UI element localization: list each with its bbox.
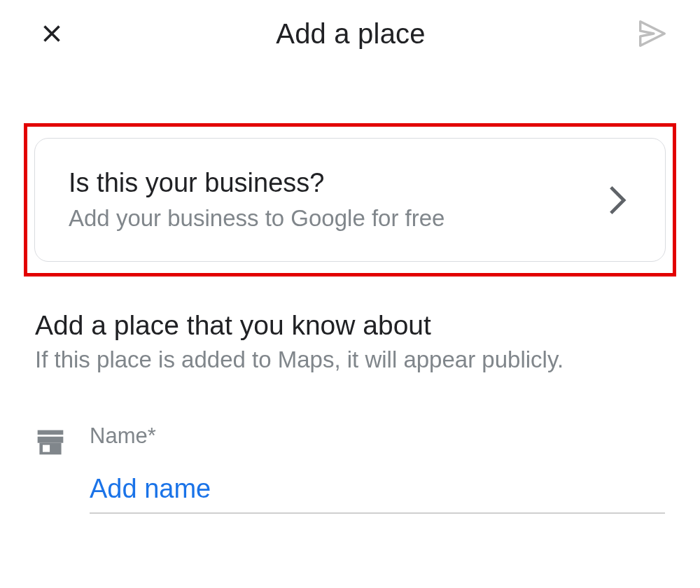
name-input[interactable] <box>90 468 665 514</box>
business-card[interactable]: Is this your business? Add your business… <box>34 138 666 262</box>
name-label: Name* <box>90 424 665 449</box>
page-title: Add a place <box>276 18 425 50</box>
store-icon <box>35 424 69 460</box>
send-icon <box>636 18 668 50</box>
section-subtitle: If this place is added to Maps, it will … <box>35 346 665 373</box>
content: Is this your business? Add your business… <box>0 123 700 514</box>
name-field-row: Name* <box>28 424 672 514</box>
name-field-content: Name* <box>90 424 665 514</box>
section-title: Add a place that you know about <box>35 310 665 341</box>
svg-rect-2 <box>43 445 50 452</box>
business-card-subtitle: Add your business to Google for free <box>69 205 603 232</box>
highlight-annotation: Is this your business? Add your business… <box>24 123 676 276</box>
svg-rect-0 <box>38 430 64 435</box>
business-card-text: Is this your business? Add your business… <box>69 168 603 232</box>
send-button[interactable] <box>633 14 672 53</box>
add-place-section: Add a place that you know about If this … <box>28 310 672 373</box>
business-card-title: Is this your business? <box>69 168 603 198</box>
chevron-right-icon <box>603 186 631 214</box>
close-icon <box>39 21 64 46</box>
header: Add a place <box>0 0 700 60</box>
close-button[interactable] <box>35 17 69 50</box>
